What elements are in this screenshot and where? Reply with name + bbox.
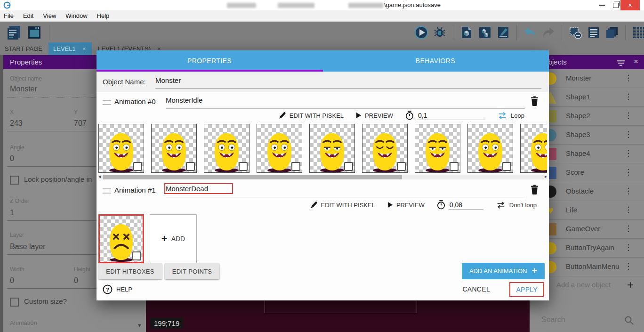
kebab-menu-icon[interactable]: ⋮ xyxy=(624,92,633,102)
scroll-left-icon[interactable]: ◂ xyxy=(98,174,101,179)
kebab-menu-icon[interactable]: ⋮ xyxy=(624,130,633,139)
redo-icon[interactable] xyxy=(541,25,555,40)
frame-corner-button[interactable] xyxy=(397,162,406,171)
animation-frame[interactable] xyxy=(204,124,250,173)
grid-icon[interactable] xyxy=(632,25,644,40)
edit-hitboxes-button[interactable]: EDIT HITBOXES xyxy=(98,263,162,279)
preview-button[interactable]: PREVIEW xyxy=(387,202,425,209)
animation-frame[interactable] xyxy=(362,124,408,173)
edit-with-piskel-button[interactable]: EDIT WITH PISKEL xyxy=(310,201,375,209)
kebab-menu-icon[interactable]: ⋮ xyxy=(624,111,633,121)
add-animation-button[interactable]: ADD AN ANIMATION + xyxy=(462,263,545,279)
edit-points-button[interactable]: EDIT POINTS xyxy=(165,263,219,279)
layer-value[interactable]: Base layer xyxy=(10,243,46,251)
kebab-menu-icon[interactable]: ⋮ xyxy=(624,205,633,215)
animation0-name-input[interactable] xyxy=(166,96,288,104)
tab-close-icon[interactable]: × xyxy=(82,45,86,52)
panel-close-icon[interactable]: × xyxy=(634,57,638,66)
frame-corner-button[interactable] xyxy=(291,162,300,171)
kebab-menu-icon[interactable]: ⋮ xyxy=(624,224,633,234)
height-label: Height xyxy=(74,266,90,273)
delete-instances-icon[interactable] xyxy=(568,25,582,40)
project-manager-icon[interactable] xyxy=(6,24,22,40)
dialog-tab-properties[interactable]: PROPERTIES xyxy=(97,50,322,72)
menu-edit[interactable]: Edit xyxy=(18,12,38,19)
duration-input[interactable] xyxy=(449,201,483,210)
frame-corner-button[interactable] xyxy=(450,162,459,171)
menu-window[interactable]: Window xyxy=(61,12,92,19)
x-value[interactable]: 243 xyxy=(10,119,23,128)
angle-value[interactable]: 0 xyxy=(10,154,14,163)
frame-corner-button[interactable] xyxy=(502,162,511,171)
object-name-value[interactable]: Monster xyxy=(10,85,37,93)
lock-position-checkbox[interactable] xyxy=(10,176,19,185)
animation1-name-input[interactable] xyxy=(166,185,232,193)
scene-editor-icon[interactable] xyxy=(26,24,42,40)
objects-groups-icon[interactable] xyxy=(478,25,492,40)
animation-frame[interactable] xyxy=(467,124,513,173)
undo-icon[interactable] xyxy=(523,25,537,40)
menu-file[interactable]: File xyxy=(0,12,18,19)
animation-frame[interactable] xyxy=(257,124,302,173)
z-order-value[interactable]: 1 xyxy=(10,209,14,217)
x-label: X xyxy=(10,109,14,115)
dialog-tab-behaviors[interactable]: BEHAVIORS xyxy=(322,50,548,72)
delete-animation-icon[interactable] xyxy=(531,185,539,194)
menu-help[interactable]: Help xyxy=(92,12,114,19)
kebab-menu-icon[interactable]: ⋮ xyxy=(624,73,633,83)
loop-toggle[interactable]: Loop xyxy=(497,112,524,120)
kebab-menu-icon[interactable]: ⋮ xyxy=(624,167,633,177)
width-value[interactable]: 0 xyxy=(10,276,14,285)
animation-frame[interactable] xyxy=(309,124,355,173)
tab-start-page[interactable]: START PAGE xyxy=(0,42,47,55)
height-value[interactable]: 0 xyxy=(74,276,78,285)
frame-corner-button[interactable] xyxy=(132,251,141,260)
loop-toggle[interactable]: Don't loop xyxy=(496,201,537,209)
animation-frame-selected[interactable] xyxy=(98,214,144,263)
object-name-input[interactable] xyxy=(155,76,438,84)
object-label: Life xyxy=(566,206,577,214)
custom-size-checkbox[interactable] xyxy=(10,298,19,307)
tab-level1[interactable]: LEVEL1 × xyxy=(48,42,92,55)
y-value[interactable]: 707 xyxy=(74,119,87,128)
play-button-icon[interactable] xyxy=(414,25,428,40)
frame-duration-field[interactable] xyxy=(405,111,485,120)
delete-animation-icon[interactable] xyxy=(531,96,539,106)
scroll-right-icon[interactable]: ▸ xyxy=(545,174,547,179)
frame-corner-button[interactable] xyxy=(344,162,353,171)
scene-properties-icon[interactable] xyxy=(496,25,510,40)
kebab-menu-icon[interactable]: ⋮ xyxy=(624,243,633,252)
kebab-menu-icon[interactable]: ⋮ xyxy=(624,148,633,158)
scrollbar-thumb[interactable] xyxy=(103,175,402,179)
frame-duration-field[interactable] xyxy=(437,200,483,210)
cancel-button[interactable]: CANCEL xyxy=(462,285,490,293)
add-object-icon[interactable] xyxy=(459,25,474,40)
animation-frame[interactable] xyxy=(151,124,197,173)
help-button[interactable]: ? HELP xyxy=(103,284,132,294)
apply-button[interactable]: APPLY xyxy=(516,286,538,293)
menu-view[interactable]: View xyxy=(38,12,61,19)
frame-corner-button[interactable] xyxy=(239,162,248,171)
drag-handle-icon[interactable] xyxy=(103,188,111,194)
objects-search[interactable]: Search xyxy=(530,312,644,331)
edit-with-piskel-button[interactable]: EDIT WITH PISKEL xyxy=(278,112,344,120)
kebab-menu-icon[interactable]: ⋮ xyxy=(624,186,633,196)
frame-corner-button[interactable] xyxy=(186,162,195,171)
instances-list-icon[interactable] xyxy=(587,25,601,40)
animation-dropdown-icon[interactable]: ▾ xyxy=(138,322,141,329)
frame-corner-button[interactable] xyxy=(133,162,142,171)
animation-frame[interactable] xyxy=(520,124,547,173)
layers-icon[interactable] xyxy=(605,25,619,40)
filter-icon[interactable] xyxy=(617,59,625,68)
animation-frame[interactable] xyxy=(415,124,460,173)
debug-bug-icon[interactable] xyxy=(433,25,447,40)
preview-button[interactable]: PREVIEW xyxy=(356,112,393,119)
drag-handle-icon[interactable] xyxy=(103,100,111,105)
close-button[interactable]: × xyxy=(620,0,640,10)
frames-scrollbar[interactable]: ◂ ▸ xyxy=(98,175,547,179)
duration-input[interactable] xyxy=(417,111,485,120)
add-frame-button[interactable]: + ADD xyxy=(150,214,197,263)
kebab-menu-icon[interactable]: ⋮ xyxy=(624,261,633,271)
animation-frame[interactable] xyxy=(98,124,144,173)
minimize-button[interactable] xyxy=(594,0,610,10)
